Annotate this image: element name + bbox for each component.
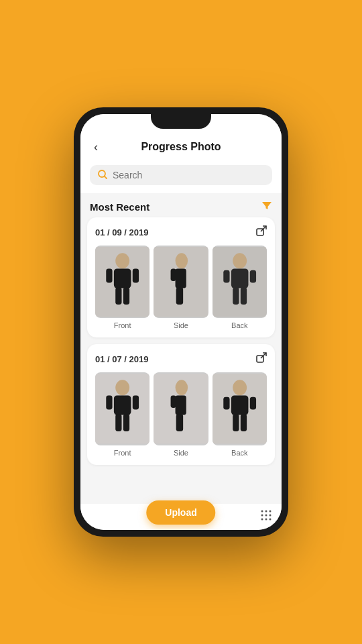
photos-grid-1: Front Side [95, 246, 267, 329]
photo-thumb-side-1 [154, 246, 208, 318]
svg-rect-22 [249, 270, 255, 283]
svg-rect-19 [233, 287, 239, 305]
svg-rect-41 [240, 415, 246, 432]
photo-label-back-1: Back [231, 321, 247, 329]
svg-rect-40 [233, 415, 239, 432]
svg-rect-43 [249, 397, 255, 410]
svg-rect-18 [231, 268, 249, 288]
svg-point-51 [265, 519, 267, 521]
photo-thumb-back-2 [213, 372, 267, 445]
search-input[interactable] [113, 170, 264, 180]
photos-grid-2: Front Side [95, 372, 267, 456]
page-title: Progress Photo [141, 141, 221, 153]
svg-rect-7 [115, 287, 121, 305]
svg-rect-39 [231, 396, 249, 415]
svg-point-12 [176, 253, 188, 268]
photo-thumb-side-2 [154, 372, 208, 445]
card-date-1: 01 / 09 / 2019 [95, 227, 149, 237]
photo-thumb-front-2 [95, 372, 149, 445]
svg-rect-10 [133, 268, 139, 282]
svg-rect-31 [133, 396, 139, 410]
svg-rect-35 [176, 415, 183, 432]
search-icon [98, 170, 107, 180]
svg-rect-21 [223, 270, 229, 283]
svg-rect-36 [171, 396, 176, 409]
bottom-bar: Upload [80, 504, 282, 530]
section-header: Most Recent [80, 193, 282, 217]
photo-item-back-1: Back [213, 246, 267, 329]
photo-label-front-2: Front [114, 449, 131, 457]
photo-item-side-2: Side [154, 372, 208, 456]
app-content: ‹ Progress Photo Most Recent [80, 133, 282, 504]
photo-item-side-1: Side [154, 246, 208, 329]
grid-icon [260, 509, 272, 525]
svg-rect-34 [176, 396, 186, 415]
upload-button[interactable]: Upload [146, 500, 215, 525]
svg-point-45 [265, 511, 267, 513]
svg-rect-29 [123, 415, 129, 432]
svg-point-52 [269, 519, 272, 521]
svg-rect-13 [176, 268, 186, 288]
svg-rect-27 [114, 396, 131, 415]
photo-label-side-2: Side [174, 449, 188, 457]
photo-item-back-2: Back [213, 372, 267, 456]
search-box [90, 165, 272, 185]
svg-point-33 [176, 380, 188, 396]
photo-item-front-2: Front [95, 372, 149, 456]
photo-card-2: 01 / 07 / 2019 [87, 344, 275, 464]
photo-thumb-back-1 [213, 246, 267, 318]
phone-screen: ‹ Progress Photo Most Recent [80, 114, 282, 530]
svg-rect-20 [240, 287, 246, 305]
svg-point-5 [115, 253, 129, 268]
svg-point-46 [269, 511, 272, 513]
svg-line-1 [105, 176, 107, 178]
photo-item-front-1: Front [95, 246, 149, 329]
svg-point-26 [115, 380, 129, 396]
svg-rect-6 [114, 268, 131, 288]
phone-frame: ‹ Progress Photo Most Recent [74, 107, 288, 537]
svg-point-50 [261, 519, 263, 521]
search-container [80, 160, 282, 193]
svg-rect-30 [106, 396, 112, 410]
share-icon-2[interactable] [256, 352, 267, 366]
svg-point-17 [233, 253, 247, 268]
photo-thumb-front-1 [95, 246, 149, 318]
svg-point-44 [261, 511, 263, 513]
card-header-2: 01 / 07 / 2019 [95, 352, 267, 366]
svg-point-49 [269, 515, 272, 517]
section-title: Most Recent [90, 201, 149, 213]
photo-label-side-1: Side [174, 321, 188, 329]
svg-point-48 [265, 515, 267, 517]
filter-icon[interactable] [261, 200, 272, 213]
svg-rect-14 [176, 287, 183, 305]
svg-rect-8 [123, 287, 129, 305]
back-button[interactable]: ‹ [90, 139, 102, 156]
share-icon-1[interactable] [256, 225, 267, 239]
svg-rect-9 [106, 268, 112, 282]
notch [151, 114, 211, 129]
photo-label-front-1: Front [114, 321, 131, 329]
photo-card-1: 01 / 09 / 2019 [87, 217, 275, 337]
header: ‹ Progress Photo [80, 133, 282, 160]
card-date-2: 01 / 07 / 2019 [95, 354, 149, 364]
svg-rect-28 [115, 415, 121, 432]
card-header-1: 01 / 09 / 2019 [95, 225, 267, 239]
svg-point-47 [261, 515, 263, 517]
photo-label-back-2: Back [231, 449, 247, 457]
svg-point-38 [233, 380, 247, 396]
svg-rect-15 [171, 268, 176, 281]
svg-rect-42 [223, 397, 229, 410]
